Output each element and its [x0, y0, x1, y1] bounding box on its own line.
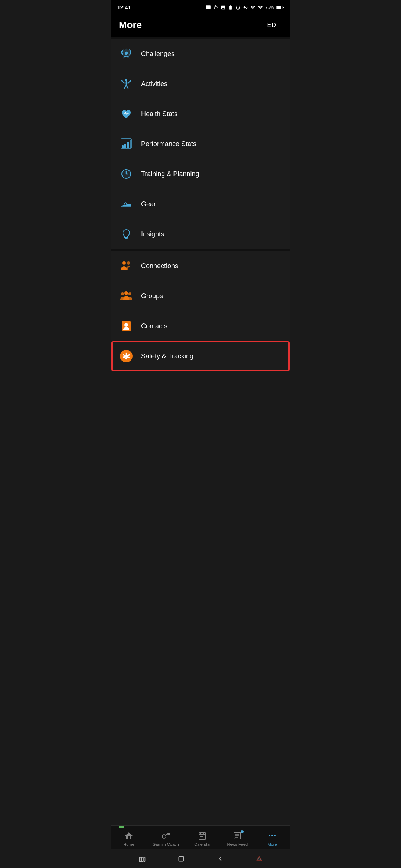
gear-icon — [119, 197, 134, 211]
system-navigation — [111, 849, 290, 868]
sys-recents-button[interactable] — [138, 855, 146, 862]
status-icons: 76% — [206, 5, 284, 10]
menu-item-gear[interactable]: Gear — [111, 189, 290, 219]
challenges-icon — [119, 46, 134, 61]
svg-point-22 — [124, 291, 128, 295]
svg-rect-46 — [144, 857, 145, 862]
svg-point-4 — [125, 79, 127, 81]
menu-item-safety-tracking[interactable]: Safety & Tracking — [111, 341, 290, 371]
sys-extra-button[interactable] — [255, 855, 263, 862]
svg-point-23 — [128, 292, 131, 295]
svg-line-8 — [126, 85, 128, 88]
insights-icon — [119, 227, 134, 241]
groups-label: Groups — [141, 292, 163, 300]
alarm-icon — [235, 5, 241, 10]
battery-level: 76% — [265, 5, 274, 10]
contacts-icon — [119, 319, 134, 333]
svg-point-41 — [269, 835, 270, 836]
performance-icon — [119, 137, 134, 151]
nav-items: Home Garmin Coach — [111, 827, 290, 849]
nav-item-more[interactable]: More — [261, 831, 283, 846]
svg-rect-35 — [200, 836, 202, 837]
status-time: 12:41 — [117, 4, 131, 10]
charge-icon — [228, 5, 233, 10]
svg-rect-14 — [130, 140, 131, 148]
menu-item-groups[interactable]: Groups — [111, 281, 290, 311]
svg-rect-45 — [141, 857, 143, 862]
svg-rect-12 — [124, 144, 126, 148]
more-label: More — [268, 842, 277, 846]
svg-rect-13 — [127, 142, 129, 148]
svg-point-20 — [127, 261, 130, 265]
battery-icon — [276, 5, 284, 10]
page-header: More EDIT — [111, 15, 290, 37]
sys-home-button[interactable] — [177, 855, 185, 862]
mute-icon — [243, 5, 248, 10]
menu-item-insights[interactable]: Insights — [111, 219, 290, 249]
groups-icon — [119, 289, 134, 303]
svg-rect-1 — [277, 6, 281, 9]
menu-item-connections[interactable]: Connections — [111, 251, 290, 281]
safety-icon — [119, 349, 134, 364]
training-icon — [119, 167, 134, 181]
svg-rect-2 — [283, 7, 284, 8]
insights-label: Insights — [141, 230, 164, 238]
news-feed-icon — [232, 831, 242, 841]
svg-rect-36 — [202, 836, 203, 837]
svg-line-10 — [129, 81, 131, 82]
safety-tracking-label: Safety & Tracking — [141, 352, 193, 360]
svg-point-21 — [121, 292, 124, 295]
connections-label: Connections — [141, 262, 178, 270]
edit-button[interactable]: EDIT — [267, 22, 282, 29]
contacts-label: Contacts — [141, 322, 167, 330]
wifi-icon — [250, 5, 255, 10]
nav-item-calendar[interactable]: Calendar — [191, 831, 213, 846]
svg-point-18 — [125, 169, 127, 170]
page-title: More — [119, 19, 142, 31]
training-planning-label: Training & Planning — [141, 170, 199, 178]
sync-icon — [213, 5, 218, 10]
calendar-label: Calendar — [194, 842, 211, 846]
sys-back-button[interactable] — [216, 855, 224, 862]
menu-item-contacts[interactable]: Contacts — [111, 311, 290, 341]
menu-item-training-planning[interactable]: Training & Planning — [111, 159, 290, 189]
orange-menu-list: Connections Groups Contacts — [111, 251, 290, 371]
garmin-coach-icon — [161, 831, 170, 841]
connections-icon — [119, 259, 134, 273]
challenges-label: Challenges — [141, 50, 175, 58]
svg-point-42 — [271, 835, 273, 836]
svg-line-7 — [124, 85, 126, 88]
menu-item-health-stats[interactable]: Health Stats — [111, 99, 290, 129]
health-stats-label: Health Stats — [141, 110, 177, 118]
menu-item-challenges[interactable]: Challenges — [111, 39, 290, 69]
health-icon — [119, 106, 134, 121]
menu-item-performance-stats[interactable]: Performance Stats — [111, 129, 290, 159]
gear-label: Gear — [141, 200, 156, 208]
svg-point-19 — [122, 261, 126, 265]
bottom-navigation: Home Garmin Coach — [111, 825, 290, 849]
status-bar: 12:41 76% — [111, 0, 290, 15]
performance-stats-label: Performance Stats — [141, 140, 196, 148]
activities-icon — [119, 76, 134, 91]
svg-line-9 — [122, 81, 124, 82]
nav-item-home[interactable]: Home — [118, 831, 140, 846]
image-icon — [221, 5, 226, 10]
menu-item-activities[interactable]: Activities — [111, 69, 290, 99]
nav-item-news-feed[interactable]: News Feed — [226, 831, 248, 846]
home-label: Home — [123, 842, 134, 846]
svg-rect-44 — [139, 857, 141, 862]
activities-label: Activities — [141, 80, 167, 88]
signal-icon — [258, 5, 263, 10]
news-feed-label: News Feed — [227, 842, 248, 846]
nav-item-garmin-coach[interactable]: Garmin Coach — [153, 831, 179, 846]
news-feed-badge — [241, 830, 244, 833]
garmin-coach-label: Garmin Coach — [153, 842, 179, 846]
nav-indicator — [119, 826, 124, 828]
svg-rect-11 — [122, 145, 124, 148]
message-icon — [206, 5, 211, 10]
svg-point-43 — [274, 835, 276, 836]
calendar-icon — [198, 831, 207, 841]
home-icon — [124, 831, 134, 841]
blue-menu-list: Challenges Activities Health Stats — [111, 39, 290, 249]
svg-point-25 — [124, 323, 128, 327]
